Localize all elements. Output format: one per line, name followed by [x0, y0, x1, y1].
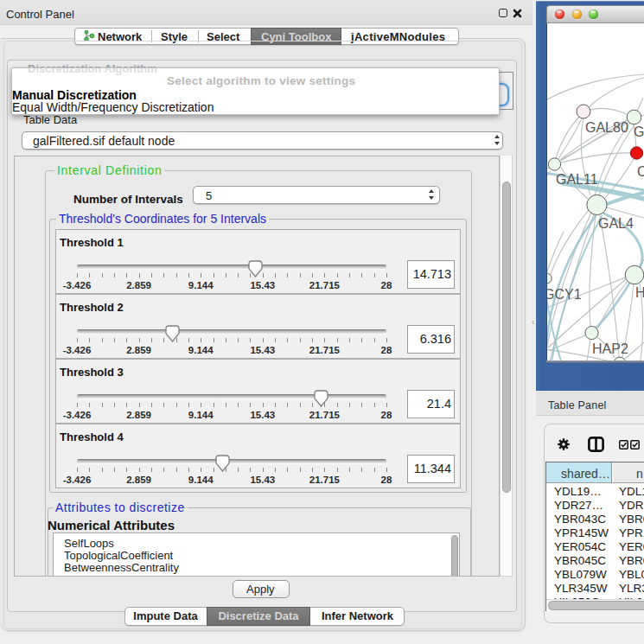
svg-text:HAP2: HAP2: [592, 341, 628, 356]
svg-text:GAL11: GAL11: [556, 172, 598, 187]
svg-text:GCY1: GCY1: [547, 287, 582, 302]
svg-text:GAL4: GAL4: [598, 216, 634, 231]
svg-text:C: C: [637, 164, 644, 179]
svg-text:GAL80: GAL80: [585, 120, 628, 135]
svg-text:H: H: [635, 285, 644, 300]
svg-text:G.: G.: [634, 124, 644, 139]
